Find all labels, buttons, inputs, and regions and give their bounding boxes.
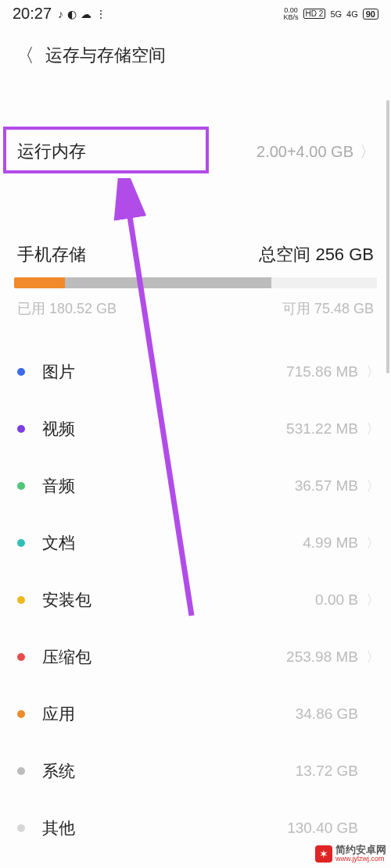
category-value: 253.98 MB — [286, 648, 358, 666]
category-value: 0.00 B — [315, 591, 358, 609]
category-value: 715.86 MB — [286, 363, 358, 380]
category-label: 系统 — [42, 760, 296, 782]
category-row[interactable]: 安装包0.00 B〉 — [0, 571, 391, 628]
category-value: 36.57 MB — [295, 477, 358, 495]
storage-title: 手机存储 — [17, 243, 86, 266]
page-header: 〈 运存与存储空间 — [0, 26, 391, 76]
storage-used: 已用 180.52 GB — [17, 299, 117, 318]
watermark-url: www.jylzwj.com — [335, 855, 386, 863]
chevron-right-icon: 〉 — [366, 420, 375, 438]
category-list: 图片715.86 MB〉视频531.22 MB〉音频36.57 MB〉文档4.9… — [0, 343, 391, 856]
category-label: 文档 — [42, 532, 303, 554]
category-label: 图片 — [42, 361, 286, 383]
chevron-right-icon: 〉 — [360, 141, 375, 163]
category-row: 应用34.86 GB — [0, 685, 391, 742]
status-bar: 20:27 ♪ ◐ ☁ ⋮ 0.00KB/s HD 2 5G 4G 90 — [0, 0, 391, 26]
back-icon[interactable]: 〈 — [16, 43, 34, 68]
moon-icon: ◐ — [67, 8, 77, 20]
progress-segment-free — [271, 277, 377, 288]
category-value: 4.99 MB — [303, 534, 358, 552]
category-value: 34.86 GB — [296, 705, 358, 723]
category-dot-icon — [17, 767, 25, 775]
category-label: 视频 — [42, 418, 286, 440]
chevron-right-icon: 〉 — [366, 363, 375, 381]
category-row[interactable]: 文档4.99 MB〉 — [0, 514, 391, 571]
category-dot-icon — [17, 596, 25, 604]
category-dot-icon — [17, 824, 25, 832]
status-app-icons: ♪ ◐ ☁ ⋮ — [58, 8, 106, 20]
watermark-title: 简约安卓网 — [335, 845, 386, 855]
storage-usage-line: 已用 180.52 GB 可用 75.48 GB — [0, 296, 391, 324]
status-right: 0.00KB/s HD 2 5G 4G 90 — [284, 7, 378, 21]
music-icon: ♪ — [58, 8, 63, 20]
category-row[interactable]: 音频36.57 MB〉 — [0, 457, 391, 514]
storage-progress-bar — [14, 277, 377, 288]
category-dot-icon — [17, 482, 25, 490]
category-label: 音频 — [42, 475, 295, 497]
ram-label: 运行内存 — [17, 140, 86, 163]
category-label: 压缩包 — [42, 646, 286, 668]
chevron-right-icon: 〉 — [366, 648, 375, 666]
ram-value: 2.00+4.00 GB — [256, 143, 353, 161]
hd-icon: HD 2 — [303, 9, 326, 19]
category-row: 系统13.72 GB — [0, 742, 391, 799]
signal-4g: 4G — [346, 9, 358, 19]
more-icon: ⋮ — [95, 8, 106, 20]
category-dot-icon — [17, 539, 25, 547]
category-dot-icon — [17, 710, 25, 718]
category-row[interactable]: 压缩包253.98 MB〉 — [0, 628, 391, 685]
progress-segment-other — [65, 277, 271, 288]
category-row[interactable]: 图片715.86 MB〉 — [0, 343, 391, 400]
category-value: 13.72 GB — [296, 763, 358, 780]
status-time: 20:27 — [13, 5, 52, 23]
signal-5g: 5G — [330, 9, 342, 19]
page-title: 运存与存储空间 — [45, 44, 166, 67]
scrollbar-handle[interactable] — [386, 100, 389, 373]
android-icon: ✶ — [315, 845, 332, 863]
category-label: 其他 — [42, 817, 287, 839]
status-left: 20:27 ♪ ◐ ☁ ⋮ — [13, 5, 106, 23]
chevron-right-icon: 〉 — [366, 534, 375, 552]
battery-icon: 90 — [363, 9, 378, 20]
category-value: 531.22 MB — [286, 420, 358, 438]
category-value: 130.40 GB — [287, 820, 358, 837]
storage-free: 可用 75.48 GB — [282, 299, 374, 318]
category-dot-icon — [17, 368, 25, 376]
storage-header: 手机存储 总空间 256 GB — [0, 243, 391, 266]
chevron-right-icon: 〉 — [366, 477, 375, 495]
category-label: 应用 — [42, 703, 296, 725]
category-dot-icon — [17, 653, 25, 661]
chevron-right-icon: 〉 — [366, 591, 375, 609]
storage-total: 总空间 256 GB — [259, 243, 374, 266]
category-label: 安装包 — [42, 589, 315, 611]
cloud-icon: ☁ — [81, 8, 91, 20]
category-dot-icon — [17, 425, 25, 433]
category-row[interactable]: 视频531.22 MB〉 — [0, 400, 391, 457]
ram-row[interactable]: 运行内存 2.00+4.00 GB 〉 — [0, 124, 391, 179]
progress-segment-apps — [14, 277, 65, 288]
data-rate: 0.00KB/s — [284, 7, 299, 21]
watermark: ✶ 简约安卓网 www.jylzwj.com — [315, 845, 386, 863]
